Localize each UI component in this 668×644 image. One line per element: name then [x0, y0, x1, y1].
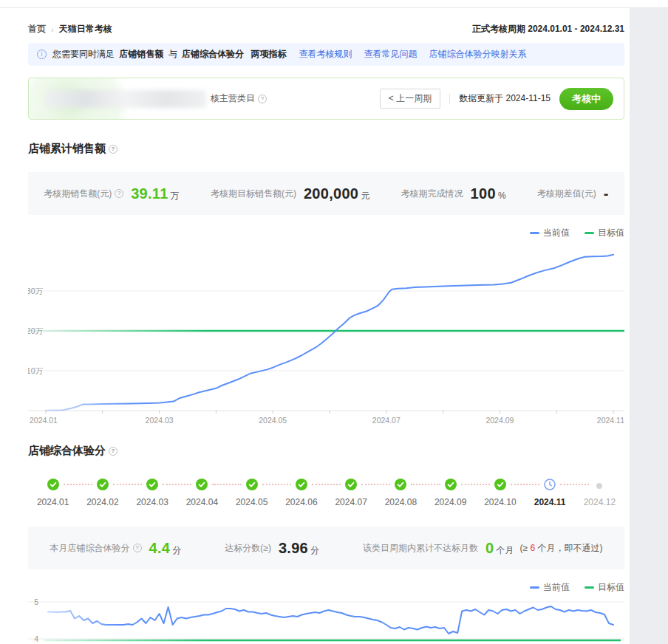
legend-item[interactable]: 当前值 — [530, 227, 570, 239]
stat-completion: 考核期完成情况100% — [401, 185, 506, 202]
clock-icon — [544, 479, 556, 490]
breadcrumb-separator-icon: › — [51, 25, 54, 34]
experience-chart-svg: 543 — [28, 596, 624, 644]
svg-text:30万: 30万 — [28, 287, 43, 295]
svg-text:5: 5 — [34, 597, 38, 606]
legend-item[interactable]: 当前值 — [530, 581, 570, 594]
timeline-month-label: 2024.01 — [37, 497, 69, 507]
help-icon[interactable]: ? — [115, 189, 123, 198]
experience-stats-bar: 本月店铺综合体验分?4.4分达标分数(≥)3.96分该类目周期内累计不达标月数0… — [28, 527, 624, 569]
stat-pass-score: 达标分数(≥)3.96分 — [225, 540, 319, 557]
stat-fail-months: 该类目周期内累计不达标月数0个月(≥ 6 个月，即不通过) — [363, 540, 602, 557]
timeline-month-2024.05: 2024.05 — [227, 479, 276, 507]
future-dot-icon — [593, 479, 605, 490]
stat-month-score: 本月店铺综合体验分?4.4分 — [50, 540, 182, 557]
main-content: 首页 › 天猫日常考核 正式考核周期 2024.01.01 - 2024.12.… — [0, 8, 630, 644]
timeline-month-label: 2024.08 — [385, 497, 417, 507]
timeline-month-2024.03: 2024.03 — [128, 479, 177, 507]
check-circle-icon — [494, 479, 506, 490]
stat-label: 本月店铺综合体验分? — [50, 542, 142, 555]
timeline-month-2024.01: 2024.01 — [28, 479, 78, 507]
experience-chart-legend: 当前值目标值 — [28, 581, 624, 594]
sales-chart-svg: 10万20万30万2024.012024.032024.052024.07202… — [28, 242, 624, 425]
check-circle-icon — [246, 479, 258, 490]
legend-label: 目标值 — [598, 581, 624, 594]
experience-timeline: 2024.012024.022024.032024.042024.052024.… — [28, 479, 624, 507]
stat-value: - — [604, 185, 609, 202]
timeline-month-label: 2024.04 — [186, 497, 218, 507]
timeline-month-label: 2024.07 — [335, 497, 367, 507]
top-divider — [0, 0, 668, 8]
breadcrumb-current: 天猫日常考核 — [59, 23, 112, 35]
svg-text:2024.07: 2024.07 — [372, 416, 401, 425]
assessment-period: 正式考核周期 2024.01.01 - 2024.12.31 — [472, 23, 624, 35]
notice-bar: i 您需要同时满足 店铺销售额 与 店铺综合体验分 两项指标 查看考核规则 查看… — [28, 43, 624, 66]
store-card: 核主营类目 ? < 上一周期 数据更新于 2024-11-15 考核中 — [28, 78, 624, 120]
stat-unit: 分 — [172, 544, 181, 557]
timeline-month-2024.08: 2024.08 — [376, 479, 426, 507]
divider — [449, 94, 450, 104]
stat-value: 0 — [485, 540, 494, 557]
check-circle-icon — [47, 479, 59, 490]
link-score-mapping[interactable]: 店铺综合体验分映射关系 — [429, 48, 526, 61]
stat-unit: 个月 — [497, 544, 514, 557]
timeline-month-label: 2024.12 — [584, 497, 616, 507]
store-name-redacted — [45, 90, 206, 108]
check-circle-icon — [445, 479, 457, 490]
timeline-month-label: 2024.05 — [236, 497, 267, 507]
help-icon[interactable]: ? — [258, 95, 267, 103]
data-updated-text: 数据更新于 2024-11-15 — [459, 92, 551, 105]
svg-text:10万: 10万 — [28, 366, 43, 375]
status-badge[interactable]: 考核中 — [559, 88, 613, 110]
stat-label: 考核期目标销售额(元) — [211, 188, 296, 200]
stat-label: 考核期完成情况 — [401, 188, 463, 200]
stat-value: 100 — [471, 185, 496, 202]
stat-note: (≥ 6 个月，即不通过) — [520, 542, 603, 555]
svg-text:2024.01: 2024.01 — [30, 416, 58, 425]
svg-text:2024.05: 2024.05 — [259, 416, 287, 425]
stat-target-sales: 考核期目标销售额(元)200,000元 — [211, 185, 369, 202]
legend-item[interactable]: 目标值 — [584, 227, 624, 239]
stat-unit: 分 — [310, 544, 319, 557]
timeline-month-2024.06: 2024.06 — [276, 479, 326, 507]
sales-chart-legend: 当前值目标值 — [28, 227, 624, 239]
store-category: 核主营类目 ? — [211, 92, 267, 105]
legend-marker-icon — [530, 232, 539, 234]
info-icon: i — [37, 49, 47, 59]
timeline-month-2024.09: 2024.09 — [426, 479, 475, 507]
timeline-month-label: 2024.06 — [285, 497, 317, 507]
check-circle-icon — [196, 479, 208, 490]
help-icon[interactable]: ? — [109, 447, 117, 456]
check-circle-icon — [296, 479, 307, 490]
notice-text: 您需要同时满足 店铺销售额 与 店铺综合体验分 两项指标 — [52, 48, 288, 61]
help-icon[interactable]: ? — [109, 145, 117, 154]
timeline-month-2024.04: 2024.04 — [177, 479, 227, 507]
link-faq[interactable]: 查看常见问题 — [364, 48, 417, 61]
stat-value: 200,000 — [304, 185, 358, 202]
stat-unit: 元 — [361, 190, 369, 202]
stat-label: 考核期差值(元) — [537, 188, 596, 200]
stat-label: 考核期销售额(元)? — [44, 188, 123, 200]
timeline-month-2024.02: 2024.02 — [78, 479, 127, 507]
stat-period-sales: 考核期销售额(元)?39.11万 — [44, 185, 179, 202]
check-circle-icon — [395, 479, 406, 490]
timeline-month-2024.12: 2024.12 — [575, 479, 624, 507]
help-icon[interactable]: ? — [133, 544, 142, 552]
stat-value: 3.96 — [279, 540, 308, 557]
timeline-month-label: 2024.11 — [534, 497, 566, 507]
legend-label: 目标值 — [598, 227, 624, 239]
stat-label: 该类目周期内累计不达标月数 — [363, 542, 478, 555]
prev-period-button[interactable]: < 上一周期 — [380, 89, 440, 109]
check-circle-icon — [97, 479, 109, 490]
legend-label: 当前值 — [543, 227, 570, 239]
legend-item[interactable]: 目标值 — [584, 581, 624, 594]
timeline-month-2024.10: 2024.10 — [475, 479, 525, 507]
timeline-month-label: 2024.10 — [484, 497, 516, 507]
breadcrumb-home[interactable]: 首页 — [28, 23, 46, 35]
legend-marker-icon — [584, 586, 594, 589]
link-assessment-rules[interactable]: 查看考核规则 — [299, 48, 352, 61]
sales-section-title: 店铺累计销售额 ? — [28, 142, 624, 156]
svg-text:2024.03: 2024.03 — [146, 416, 174, 425]
experience-section-title: 店铺综合体验分 ? — [28, 444, 624, 458]
stat-gap: 考核期差值(元)- — [537, 185, 609, 202]
